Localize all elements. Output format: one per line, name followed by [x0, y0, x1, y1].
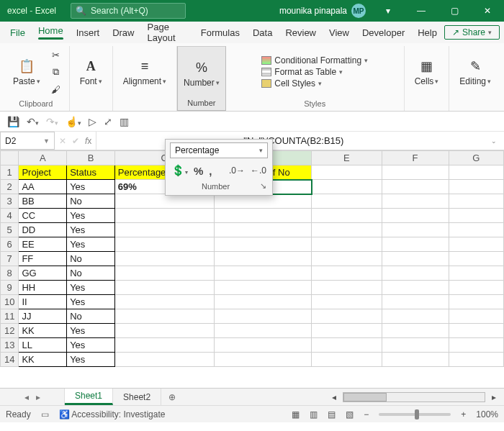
- cell[interactable]: [114, 338, 214, 353]
- cell[interactable]: Yes: [67, 353, 115, 367]
- cell[interactable]: [382, 180, 449, 194]
- col-header-G[interactable]: G: [449, 151, 503, 165]
- cell[interactable]: [214, 295, 312, 309]
- ribbon-display-options[interactable]: ▾: [372, 0, 405, 22]
- cell[interactable]: [214, 237, 312, 252]
- sheet-nav-next-icon[interactable]: ▸: [36, 392, 40, 402]
- share-button[interactable]: ↗ Share ▾: [444, 25, 500, 40]
- tab-insert[interactable]: Insert: [71, 24, 106, 41]
- cell[interactable]: [449, 338, 503, 353]
- scroll-left-button[interactable]: ◂: [328, 392, 340, 402]
- tab-help[interactable]: Help: [412, 24, 443, 41]
- horizontal-scrollbar[interactable]: ◂ ▸: [324, 389, 504, 405]
- cell[interactable]: [214, 209, 312, 223]
- cut-button[interactable]: ✂: [49, 47, 63, 62]
- cell[interactable]: [114, 309, 214, 324]
- cell[interactable]: Yes: [67, 281, 115, 295]
- tab-home[interactable]: Home: [32, 22, 69, 42]
- row-header[interactable]: 1: [1, 165, 19, 180]
- cancel-formula-button[interactable]: ✕: [59, 136, 66, 146]
- cell[interactable]: [382, 165, 449, 180]
- tab-review[interactable]: Review: [279, 24, 322, 41]
- cell[interactable]: JJ: [19, 309, 67, 324]
- cell[interactable]: [214, 309, 312, 324]
- tab-file[interactable]: File: [4, 24, 31, 41]
- scroll-right-button[interactable]: ▸: [488, 392, 500, 402]
- view-page-layout-button[interactable]: ▤: [328, 409, 336, 419]
- formula-bar[interactable]: "No")/COUNTA(B2:B15) ⌄: [96, 132, 504, 150]
- comma-format-button[interactable]: ,: [209, 165, 212, 177]
- number-format-button[interactable]: % Number▾: [179, 58, 224, 89]
- cell[interactable]: [114, 324, 214, 338]
- dialog-launcher-button[interactable]: ↘: [260, 181, 266, 191]
- tab-view[interactable]: View: [323, 24, 355, 41]
- cell[interactable]: No: [67, 252, 115, 266]
- view-page-break-button[interactable]: ▧: [346, 409, 354, 419]
- cells-button[interactable]: ▦ Cells▾: [410, 56, 444, 88]
- cell[interactable]: Yes: [67, 180, 115, 194]
- cell[interactable]: [382, 353, 449, 367]
- cell[interactable]: [449, 223, 503, 237]
- cell[interactable]: Yes: [67, 295, 115, 309]
- cell[interactable]: DD: [19, 223, 67, 237]
- cell[interactable]: AA: [19, 180, 67, 194]
- cell[interactable]: [449, 281, 503, 295]
- cell[interactable]: [449, 353, 503, 367]
- cell[interactable]: [382, 324, 449, 338]
- cell[interactable]: [382, 237, 449, 252]
- decrease-decimal-button[interactable]: ←.0: [251, 165, 266, 176]
- name-box[interactable]: D2 ▼: [0, 132, 55, 150]
- col-header-B[interactable]: B: [67, 151, 115, 165]
- cell[interactable]: [382, 194, 449, 209]
- cell[interactable]: [449, 180, 503, 194]
- minimize-button[interactable]: —: [405, 0, 438, 22]
- cell[interactable]: [214, 266, 312, 281]
- cell[interactable]: Yes: [67, 338, 115, 353]
- tab-page-layout[interactable]: Page Layout: [142, 19, 194, 46]
- cell[interactable]: [449, 165, 503, 180]
- search-box[interactable]: 🔍 Search (Alt+Q): [71, 3, 186, 19]
- cell[interactable]: [312, 165, 382, 180]
- paste-button[interactable]: 📋 Paste▾: [9, 56, 45, 88]
- sheet-nav-prev-icon[interactable]: ◂: [24, 392, 29, 402]
- cell[interactable]: [382, 223, 449, 237]
- accessibility-button[interactable]: ♿ Accessibility: Investigate: [59, 409, 166, 419]
- cell[interactable]: II: [19, 295, 67, 309]
- cell[interactable]: Yes: [67, 324, 115, 338]
- tab-formulas[interactable]: Formulas: [195, 24, 246, 41]
- cell[interactable]: [449, 309, 503, 324]
- copy-button[interactable]: ⧉: [49, 65, 63, 79]
- row-header[interactable]: 11: [1, 309, 19, 324]
- display-settings-button[interactable]: ▦: [292, 409, 300, 419]
- cell[interactable]: Status: [67, 165, 115, 180]
- cell[interactable]: [382, 252, 449, 266]
- row-header[interactable]: 7: [1, 252, 19, 266]
- conditional-formatting-button[interactable]: Conditional Formatting▾: [261, 55, 368, 65]
- cell[interactable]: [214, 338, 312, 353]
- cell[interactable]: [312, 309, 382, 324]
- format-as-table-button[interactable]: Format as Table▾: [261, 67, 343, 77]
- format-painter-button[interactable]: 🖌: [49, 82, 63, 96]
- cell[interactable]: HH: [19, 281, 67, 295]
- scroll-thumb[interactable]: [343, 393, 387, 401]
- cell[interactable]: [382, 281, 449, 295]
- row-header[interactable]: 14: [1, 353, 19, 367]
- cell[interactable]: [449, 209, 503, 223]
- editing-button[interactable]: ✎ Editing▾: [455, 56, 495, 88]
- qat-item-3[interactable]: ▥: [120, 116, 129, 127]
- percent-format-button[interactable]: %: [194, 165, 203, 177]
- cell[interactable]: FF: [19, 252, 67, 266]
- cell[interactable]: Yes: [67, 209, 115, 223]
- cell[interactable]: [449, 237, 503, 252]
- cell[interactable]: [114, 194, 214, 209]
- number-format-select[interactable]: Percentage ▾: [170, 142, 268, 158]
- col-header-A[interactable]: A: [19, 151, 67, 165]
- increase-decimal-button[interactable]: .0→: [229, 165, 245, 176]
- col-header-F[interactable]: F: [382, 151, 449, 165]
- cell[interactable]: [449, 266, 503, 281]
- save-button[interactable]: 💾: [7, 116, 19, 127]
- scroll-track[interactable]: [343, 392, 485, 402]
- cell[interactable]: [214, 194, 312, 209]
- cell[interactable]: [114, 209, 214, 223]
- cell[interactable]: No: [67, 309, 115, 324]
